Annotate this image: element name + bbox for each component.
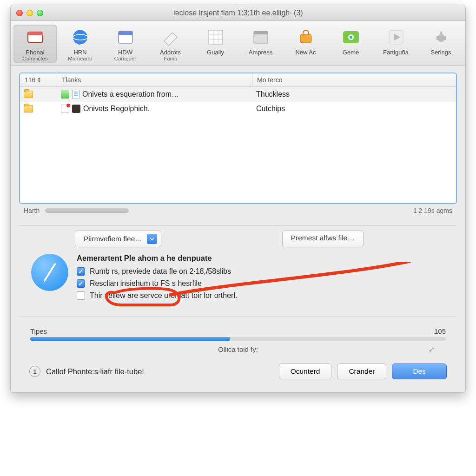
- status-icon: [61, 105, 69, 113]
- list-body[interactable]: Onivets a esqueration from…ThucklessOniv…: [20, 87, 456, 203]
- svg-rect-7: [209, 30, 223, 44]
- progress-bar: [30, 337, 446, 341]
- progress-value: 105: [434, 327, 446, 335]
- svg-rect-9: [254, 31, 268, 34]
- des-button[interactable]: Des: [392, 364, 447, 379]
- zoom-icon[interactable]: [37, 10, 43, 16]
- horizontal-scrollbar[interactable]: [45, 208, 129, 213]
- options-section: Aemerartent Ple ahom a he denpuate Rumb …: [19, 251, 457, 308]
- toolbar-label: Fartiguña: [375, 49, 416, 56]
- panel-icon: [251, 27, 271, 47]
- svg-rect-1: [28, 32, 43, 35]
- option-row-1: Resclian insiehum to FS s hesrfile: [77, 279, 452, 288]
- checkbox[interactable]: [77, 279, 85, 288]
- thumbnail-icon: [72, 105, 80, 113]
- compass-icon: [31, 254, 68, 291]
- content-area: 116 ¢ Tlanks Mo terco Onivets a esquerat…: [11, 66, 465, 392]
- svg-point-13: [350, 36, 352, 39]
- toolbar-gually[interactable]: Gually: [194, 25, 237, 63]
- toolbar-sublabel: [240, 56, 281, 62]
- toolbar-sublabel: [375, 56, 416, 62]
- toolbar-sublabel: Cümnictes: [14, 56, 56, 62]
- toolbar-serings[interactable]: Serings: [419, 25, 463, 63]
- checkbox[interactable]: [77, 291, 85, 300]
- bottom-message: Callof Phonte:s·liafr file-tube!: [46, 367, 273, 376]
- expand-icon[interactable]: ⤢: [429, 345, 435, 354]
- dropdown-label: Piirmvefiem flee…: [84, 235, 142, 243]
- toolbar-sublabel: [285, 56, 326, 62]
- gear-icon: [431, 27, 451, 47]
- toolbar-sublabel: Mamearar: [60, 56, 101, 62]
- globe-icon: [71, 27, 90, 47]
- row-sub: Thuckless: [252, 87, 456, 101]
- progress-label: Tipes: [30, 327, 47, 335]
- toolbar-phonal[interactable]: PhonalCümnictes: [13, 25, 57, 63]
- toolbar-ampress[interactable]: Ampress: [239, 25, 282, 63]
- checkbox[interactable]: [77, 267, 85, 276]
- play-icon: [386, 27, 406, 47]
- titlebar[interactable]: Ieclose Irsjent flam 1:3:1th ee.elligh· …: [11, 5, 465, 21]
- step-badge: 1: [29, 366, 40, 377]
- app-window: Ieclose Irsjent flam 1:3:1th ee.elligh· …: [10, 5, 466, 393]
- preview-file-dropdown[interactable]: Piirmvefiem flee…: [75, 231, 161, 247]
- toolbar: PhonalCümnictesHRNMameararHDWCompuerAddr…: [11, 21, 465, 66]
- separator: [19, 317, 457, 317]
- toolbar-sublabel: Compuer: [105, 56, 146, 62]
- toolbar-geme[interactable]: Geme: [329, 25, 372, 63]
- traffic-lights: [16, 10, 43, 16]
- eraser-icon: [161, 27, 180, 47]
- option-row-0: Rumb rs, previede data fle on 2·18,/58sl…: [77, 267, 452, 276]
- close-icon[interactable]: [16, 10, 23, 16]
- toolbar-label: Phonal: [14, 49, 56, 56]
- column-header-sub[interactable]: Mo terco: [252, 73, 456, 86]
- table-row[interactable]: Onivets Regolphich.Cutchips: [20, 102, 456, 116]
- ocunterd-label: Ocunterd: [291, 367, 320, 375]
- column-header-title[interactable]: Tlanks: [57, 73, 252, 86]
- toolbar-label: HRN: [60, 49, 101, 56]
- footer-left-label: Harth: [24, 207, 40, 214]
- option-row-2: Thir sellew are servce uromatt toir lor …: [77, 291, 452, 300]
- column-header-id[interactable]: 116 ¢: [20, 73, 57, 86]
- progress-caption-row: Ollica toid fy: ⤢: [30, 345, 446, 353]
- toolbar-label: Ampress: [240, 49, 281, 56]
- progress-caption: Ollica toid fy:: [218, 345, 258, 353]
- chevron-down-icon: [147, 234, 157, 244]
- footer-right-label: 1 2 19s agms: [413, 207, 452, 214]
- premest-button[interactable]: Premest alfws file…: [282, 231, 364, 247]
- option-label: Rumb rs, previede data fle on 2·18,/58sl…: [90, 267, 231, 276]
- document-icon: [72, 90, 79, 99]
- toolbar-label: Geme: [330, 49, 371, 56]
- crander-label: Crander: [349, 367, 375, 375]
- folder-icon: [24, 91, 33, 98]
- minimize-icon[interactable]: [26, 10, 33, 16]
- toolbar-sublabel: [195, 56, 236, 62]
- status-icon: [61, 90, 69, 99]
- progress-section: Tipes 105 Ollica toid fy: ⤢: [19, 325, 457, 353]
- options-heading: Aemerartent Ple ahom a he denpuate: [77, 254, 452, 263]
- toolbar-sublabel: Fams: [150, 56, 191, 62]
- grid-icon: [206, 27, 225, 47]
- toolbar-label: HDW: [105, 49, 146, 56]
- table-row[interactable]: Onivets a esqueration from…Thuckless: [20, 87, 456, 102]
- eye-icon: [341, 27, 361, 47]
- separator: [19, 225, 457, 226]
- toolbar-fartiguña[interactable]: Fartiguña: [374, 25, 417, 63]
- des-label: Des: [413, 367, 426, 375]
- svg-rect-10: [300, 34, 311, 43]
- crander-button[interactable]: Crander: [337, 364, 386, 379]
- toolbar-new aс[interactable]: New Aс: [284, 25, 327, 63]
- toolbar-addrots[interactable]: AddrotsFams: [149, 25, 192, 63]
- window-icon: [26, 27, 45, 47]
- premest-label: Premest alfws file…: [291, 234, 355, 242]
- toolbar-sublabel: [420, 56, 462, 62]
- folder-icon: [24, 105, 33, 112]
- bag-icon: [296, 27, 316, 47]
- list-footer: Harth 1 2 19s agms: [19, 204, 457, 217]
- toolbar-hrn[interactable]: HRNMamearar: [59, 25, 102, 63]
- ocunterd-button[interactable]: Ocunterd: [279, 364, 332, 379]
- file-list: 116 ¢ Tlanks Mo terco Onivets a esquerat…: [19, 73, 457, 204]
- calendar-icon: [116, 27, 135, 47]
- options-list: Aemerartent Ple ahom a he denpuate Rumb …: [77, 254, 452, 304]
- svg-rect-17: [436, 36, 446, 40]
- toolbar-hdw[interactable]: HDWCompuer: [104, 25, 147, 63]
